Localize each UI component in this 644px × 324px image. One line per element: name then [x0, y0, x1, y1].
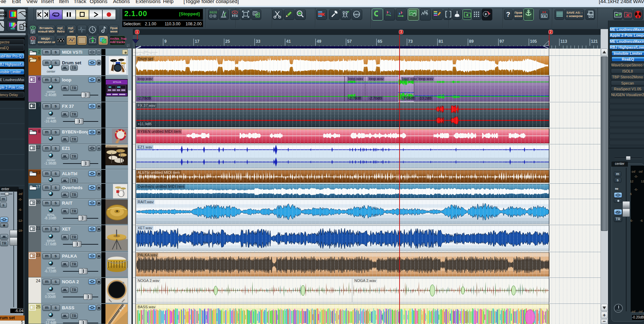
svg-text:2: 2	[485, 13, 487, 16]
svg-text:8828: 8828	[210, 11, 217, 14]
svg-text:?: ?	[506, 11, 510, 18]
svg-text:EZdrummer: EZdrummer	[106, 145, 117, 147]
svg-text:SWS: SWS	[353, 13, 360, 16]
svg-text:m: m	[587, 13, 589, 15]
svg-text:FX: FX	[542, 14, 546, 18]
svg-text:STYLUS: STYLUS	[113, 81, 121, 83]
